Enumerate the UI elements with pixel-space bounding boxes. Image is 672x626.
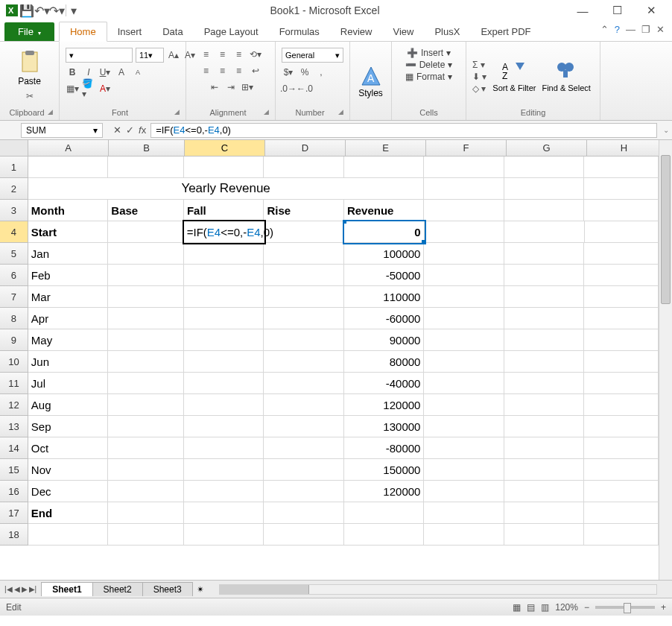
align-center-icon[interactable]: ≡ <box>216 64 229 78</box>
prev-sheet-icon[interactable]: ◀ <box>14 585 20 593</box>
cell-F4[interactable] <box>425 221 504 243</box>
cell-D5[interactable] <box>264 243 344 265</box>
tab-review[interactable]: Review <box>330 22 383 41</box>
cell-A10[interactable]: Jun <box>28 351 109 373</box>
cell-G16[interactable] <box>504 481 585 502</box>
fill-icon[interactable]: ⬇ ▾ <box>472 72 486 82</box>
cell-F5[interactable] <box>424 243 504 265</box>
save-icon[interactable]: 💾 <box>21 4 33 16</box>
cell-F16[interactable] <box>424 481 504 502</box>
cell-F17[interactable] <box>424 502 504 524</box>
italic-button[interactable]: I <box>82 66 95 79</box>
row-header-8[interactable]: 8 <box>0 308 28 329</box>
cell-F13[interactable] <box>424 416 504 437</box>
cell-E1[interactable] <box>344 156 425 178</box>
cell-D13[interactable] <box>264 416 344 437</box>
cell-D14[interactable] <box>264 437 344 459</box>
normal-view-icon[interactable]: ▦ <box>513 602 521 613</box>
cell-G5[interactable] <box>504 243 585 265</box>
cell-A18[interactable] <box>28 524 109 546</box>
clear-icon[interactable]: ◇ ▾ <box>472 83 486 94</box>
increase-decimal-icon[interactable]: .0→ <box>282 82 295 95</box>
undo-icon[interactable]: ↶▾ <box>36 4 48 16</box>
cell-H14[interactable] <box>584 437 659 459</box>
row-header-1[interactable]: 1 <box>0 156 28 178</box>
cell-E9[interactable]: 90000 <box>344 329 425 351</box>
column-header-C[interactable]: C <box>185 140 265 156</box>
merge-center-icon[interactable]: ⊞▾ <box>241 80 254 94</box>
row-header-4[interactable]: 4 <box>0 221 28 243</box>
page-break-view-icon[interactable]: ▥ <box>541 602 549 613</box>
cell-B10[interactable] <box>108 351 184 373</box>
align-bottom-icon[interactable]: ≡ <box>232 48 246 61</box>
cell-H8[interactable] <box>584 308 659 329</box>
tab-view[interactable]: View <box>382 22 424 41</box>
row-header-2[interactable]: 2 <box>0 178 28 200</box>
header-cell-D[interactable]: Rise <box>264 200 344 221</box>
row-header-17[interactable]: 17 <box>0 502 28 524</box>
row-header-13[interactable]: 13 <box>0 416 28 437</box>
cell-D18[interactable] <box>264 524 344 546</box>
cell-E14[interactable]: -80000 <box>344 437 425 459</box>
window-minimize-icon[interactable]: — <box>626 24 635 35</box>
cell-B14[interactable] <box>108 437 184 459</box>
cell-B6[interactable] <box>108 265 184 286</box>
cell-B17[interactable] <box>108 502 184 524</box>
cell-A14[interactable]: Oct <box>28 437 109 459</box>
row-header-9[interactable]: 9 <box>0 329 28 351</box>
cell-G11[interactable] <box>504 373 585 394</box>
cell-C4[interactable]: =IF(E4<=0,-E4,0) <box>184 221 264 243</box>
cell-H16[interactable] <box>584 481 659 502</box>
font-color-button[interactable]: A▾ <box>98 82 112 95</box>
cell-E4[interactable]: 0 <box>344 221 424 243</box>
help-icon[interactable]: ? <box>615 24 620 35</box>
row-header-12[interactable]: 12 <box>0 394 28 416</box>
find-select-icon[interactable] <box>554 60 578 80</box>
cell-C1[interactable] <box>184 156 264 178</box>
row-header-6[interactable]: 6 <box>0 265 28 286</box>
header-cell-E[interactable]: Revenue <box>344 200 425 221</box>
decrease-indent-icon[interactable]: ⇤ <box>208 80 221 94</box>
bold-button[interactable]: B <box>66 66 79 79</box>
cell-C5[interactable] <box>184 243 264 265</box>
cell-A11[interactable]: Jul <box>28 373 109 394</box>
cell-G1[interactable] <box>504 156 585 178</box>
header-cell-C[interactable]: Fall <box>184 200 264 221</box>
formula-bar[interactable]: =IF(E4<=0,-E4,0) <box>150 123 657 138</box>
cell-G13[interactable] <box>504 416 585 437</box>
cell-B5[interactable] <box>108 243 184 265</box>
cell-F8[interactable] <box>424 308 504 329</box>
name-box[interactable]: SUM▾ <box>21 123 103 138</box>
cell-C10[interactable] <box>184 351 264 373</box>
cell-G10[interactable] <box>504 351 585 373</box>
increase-font-icon[interactable]: A▴ <box>167 48 180 62</box>
paste-button[interactable]: Paste <box>18 76 41 86</box>
styles-icon[interactable]: A <box>359 64 383 88</box>
first-sheet-icon[interactable]: |◀ <box>4 585 13 593</box>
page-layout-view-icon[interactable]: ▤ <box>527 602 535 613</box>
cell-H9[interactable] <box>584 329 659 351</box>
cell-D1[interactable] <box>264 156 344 178</box>
column-header-F[interactable]: F <box>426 140 507 156</box>
cell-E11[interactable]: -40000 <box>344 373 425 394</box>
cell-A4[interactable]: Start <box>28 221 108 243</box>
cell-H10[interactable] <box>584 351 659 373</box>
sheet-tab-sheet2[interactable]: Sheet2 <box>92 582 143 596</box>
cell-E15[interactable]: 150000 <box>344 459 425 481</box>
fx-icon[interactable]: fx <box>139 124 146 136</box>
cell-C16[interactable] <box>184 481 264 502</box>
zoom-slider[interactable] <box>595 606 655 609</box>
cell-F18[interactable] <box>424 524 504 546</box>
cell-B4[interactable] <box>108 221 183 243</box>
qat-customize-icon[interactable]: ▾ <box>66 4 77 16</box>
cell-H17[interactable] <box>584 502 659 524</box>
cell-H5[interactable] <box>584 243 659 265</box>
row-header-3[interactable]: 3 <box>0 200 28 221</box>
cell-F6[interactable] <box>424 265 504 286</box>
align-right-icon[interactable]: ≡ <box>232 64 246 78</box>
cell-F9[interactable] <box>424 329 504 351</box>
row-header-10[interactable]: 10 <box>0 351 28 373</box>
underline-button[interactable]: U▾ <box>98 66 112 79</box>
header-cell-B[interactable]: Base <box>108 200 184 221</box>
cell-D16[interactable] <box>264 481 344 502</box>
